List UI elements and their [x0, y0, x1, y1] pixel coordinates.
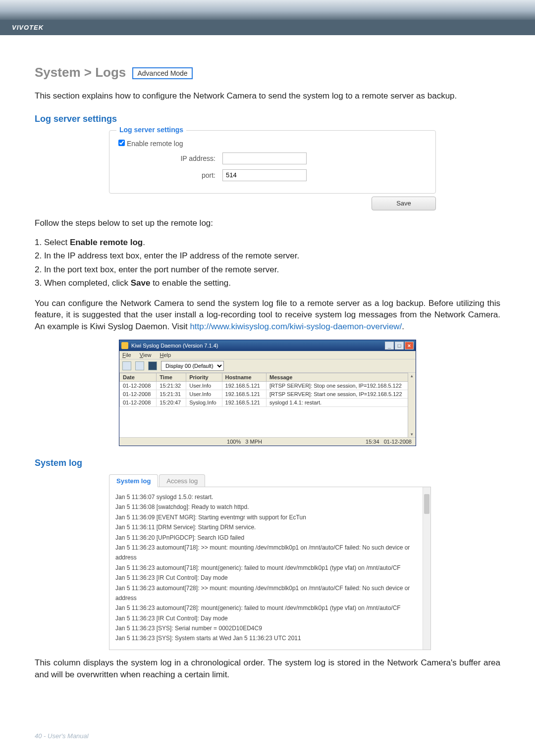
cell: 15:21:31 — [157, 390, 186, 398]
syslog-line: Jan 5 11:36:23 automount[718]: mount(gen… — [115, 563, 425, 573]
step-item: 2. In the IP address text box, enter the… — [35, 250, 500, 262]
enable-remote-log-checkbox[interactable] — [118, 140, 125, 146]
page-content: System > Logs Advanced Mode This section… — [0, 35, 535, 717]
cell: 01-12-2008 — [120, 390, 157, 398]
minimize-button[interactable]: _ — [385, 342, 394, 350]
enable-remote-log-label: Enable remote log — [127, 140, 183, 148]
syslog-description: This column displays the system log in a… — [35, 657, 500, 681]
cell: 15:20:47 — [157, 398, 186, 406]
ip-address-row: IP address: — [118, 152, 427, 164]
cell: 15:21:32 — [157, 381, 186, 390]
col-time[interactable]: Time — [157, 373, 186, 381]
kiwi-link[interactable]: http://www.kiwisyslog.com/kiwi-syslog-da… — [190, 322, 402, 331]
close-button[interactable]: × — [405, 342, 414, 350]
cell: 01-12-2008 — [120, 398, 157, 406]
toolbar-button-3[interactable] — [148, 361, 157, 370]
syslog-line: Jan 5 11:36:23 automount[728]: >> mount:… — [115, 583, 425, 604]
cell: Syslog.Info — [186, 398, 222, 406]
step-item: 3. When completed, click Save to enable … — [35, 277, 500, 290]
enable-remote-log-row: Enable remote log — [118, 140, 427, 148]
kiwi-grid: Date Time Priority Hostname Message 01-1… — [119, 373, 416, 407]
cell: 192.168.5.121 — [222, 398, 266, 406]
step-item: 1. Select Enable remote log. — [35, 236, 500, 249]
cell: syslogd 1.4.1: restart. — [266, 398, 415, 406]
menu-view[interactable]: View — [140, 352, 152, 358]
top-gradient-band — [0, 0, 535, 20]
port-input[interactable] — [222, 169, 307, 181]
brand-name: VIVOTEK — [12, 24, 44, 31]
status-date: 01-12-2008 — [384, 439, 412, 445]
save-button[interactable]: Save — [372, 197, 436, 210]
cell: 01-12-2008 — [120, 381, 157, 390]
kiwi-window-title: Kiwi Syslog Daemon (Version 7.1.4) — [131, 343, 218, 349]
log-server-panel: Log server settings Enable remote log IP… — [109, 130, 436, 194]
table-row[interactable]: 01-12-2008 15:20:47 Syslog.Info 192.168.… — [120, 398, 416, 406]
kiwi-window-wrap: Kiwi Syslog Daemon (Version 7.1.4) _ □ ×… — [119, 340, 416, 446]
kiwi-tbody: 01-12-2008 15:21:32 User.Info 192.168.5.… — [120, 381, 416, 406]
syslog-scrollbar[interactable] — [423, 487, 430, 650]
ip-address-input[interactable] — [222, 152, 307, 164]
syslog-box: Jan 5 11:36:07 syslogd 1.5.0: restart.Ja… — [109, 487, 431, 650]
system-log-panel: System log Access log Jan 5 11:36:07 sys… — [109, 474, 431, 650]
scroll-up-icon[interactable]: ▴ — [411, 373, 413, 378]
cell: 192.168.5.121 — [222, 381, 266, 390]
menu-file[interactable]: File — [122, 352, 131, 358]
syslog-line: Jan 5 11:36:20 [UPnPIGDCP]: Search IGD f… — [115, 533, 425, 543]
display-select[interactable]: Display 00 (Default) — [161, 361, 224, 371]
tab-access-log[interactable]: Access log — [159, 474, 205, 487]
kiwi-scrollbar[interactable]: ▴ ▾ — [408, 373, 416, 437]
port-label: port: — [118, 171, 222, 179]
syslog-line: Jan 5 11:36:23 automount[728]: mount(gen… — [115, 603, 425, 613]
toolbar-button-1[interactable] — [122, 361, 131, 370]
log-server-panel-wrap: Log server settings Enable remote log IP… — [109, 130, 436, 210]
kiwi-titlebar: Kiwi Syslog Daemon (Version 7.1.4) _ □ × — [119, 340, 416, 351]
table-row[interactable]: 01-12-2008 15:21:31 User.Info 192.168.5.… — [120, 390, 416, 398]
heading-text: System > Logs — [35, 65, 126, 80]
col-hostname[interactable]: Hostname — [222, 373, 266, 381]
cell: [RTSP SERVER]: Stop one session, IP=192.… — [266, 381, 415, 390]
kiwi-grid-wrap: Date Time Priority Hostname Message 01-1… — [119, 373, 416, 437]
page-footer: 40 - User's Manual — [0, 717, 535, 755]
save-row: Save — [109, 197, 436, 210]
table-row[interactable]: 01-12-2008 15:21:32 User.Info 192.168.5.… — [120, 381, 416, 390]
syslog-line: Jan 5 11:36:23 [IR Cut Control]: Day mod… — [115, 573, 425, 583]
steps-list: 1. Select Enable remote log. 2. In the I… — [35, 236, 500, 290]
page-heading: System > Logs Advanced Mode — [35, 65, 500, 80]
syslog-line: Jan 5 11:36:23 automount[718]: >> mount:… — [115, 543, 425, 563]
step-item: 2. In the port text box, enter the port … — [35, 263, 500, 276]
intro-paragraph: This section explains how to configure t… — [35, 90, 500, 102]
col-message[interactable]: Message — [266, 373, 415, 381]
syslog-tabs: System log Access log — [109, 474, 431, 487]
cell: [RTSP SERVER]: Start one session, IP=192… — [266, 390, 415, 398]
footer-text: 40 - User's Manual — [35, 732, 89, 740]
status-percent: 100% — [227, 439, 241, 445]
kiwi-app-icon — [121, 342, 128, 349]
scroll-down-icon[interactable]: ▾ — [411, 432, 413, 437]
toolbar-button-2[interactable] — [135, 361, 144, 370]
menu-help[interactable]: Help — [160, 352, 171, 358]
col-priority[interactable]: Priority — [186, 373, 222, 381]
kiwi-statusbar: 100% 3 MPH 15:34 01-12-2008 — [119, 437, 416, 446]
syslog-line: Jan 5 11:36:07 syslogd 1.5.0: restart. — [115, 492, 425, 502]
backup-paragraph: You can configure the Network Camera to … — [35, 298, 500, 333]
panel-title: Log server settings — [116, 126, 186, 134]
syslog-line: Jan 5 11:36:23 [IR Cut Control]: Day mod… — [115, 613, 425, 623]
advanced-mode-badge: Advanced Mode — [132, 67, 192, 79]
backup-suffix: . — [402, 322, 404, 331]
port-row: port: — [118, 169, 427, 181]
col-date[interactable]: Date — [120, 373, 157, 381]
status-time: 15:34 — [366, 439, 379, 445]
log-server-settings-heading: Log server settings — [35, 114, 500, 124]
follow-steps-intro: Follow the steps below to set up the rem… — [35, 217, 500, 229]
syslog-line: Jan 5 11:36:09 [EVENT MGR]: Starting eve… — [115, 512, 425, 522]
status-rate: 3 MPH — [245, 439, 262, 445]
cell: User.Info — [186, 381, 222, 390]
system-log-heading: System log — [35, 458, 500, 468]
cell: 192.168.5.121 — [222, 390, 266, 398]
kiwi-window: Kiwi Syslog Daemon (Version 7.1.4) _ □ ×… — [119, 340, 416, 446]
syslog-scroll-thumb[interactable] — [424, 494, 429, 514]
kiwi-toolbar: Display 00 (Default) — [119, 359, 416, 373]
maximize-button[interactable]: □ — [395, 342, 404, 350]
tab-system-log[interactable]: System log — [109, 474, 158, 487]
brand-bar: VIVOTEK — [0, 20, 535, 35]
